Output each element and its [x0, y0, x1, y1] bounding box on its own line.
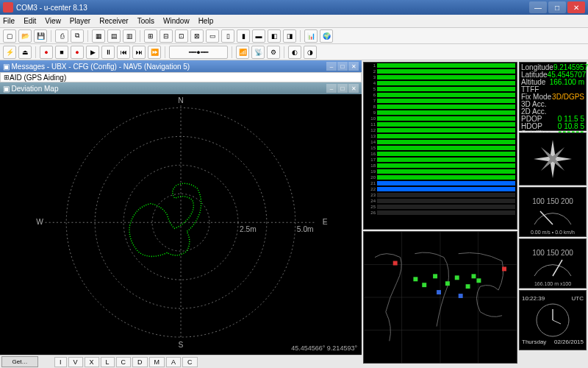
menu-window[interactable]: Window [163, 17, 190, 25]
tab-V[interactable]: V [68, 357, 83, 367]
devmap-icon: ▣ [3, 85, 10, 93]
close-button[interactable]: ✕ [567, 1, 585, 13]
grid8-icon[interactable]: ▬ [252, 29, 265, 43]
svg-rect-26 [459, 294, 463, 298]
tab-C[interactable]: C [182, 357, 198, 367]
grid1-icon[interactable]: ⊞ [144, 29, 157, 43]
grid4-icon[interactable]: ⊠ [190, 29, 204, 43]
tab-X[interactable]: X [85, 357, 99, 367]
coord-readout: 45.454566° 9.214593° [291, 344, 357, 352]
prev-icon[interactable]: ⏮ [117, 46, 130, 59]
clock-panel: 10:22:39UTC Thursday02/26/2015 [519, 290, 587, 350]
ff-icon[interactable]: ⏩ [148, 46, 161, 59]
menu-file[interactable]: File [3, 17, 15, 25]
deviation-map[interactable]: N S E W 2.5m 5.0m 45.454566° 9.214593° [0, 94, 362, 355]
tab-D[interactable]: D [132, 357, 148, 367]
grid5-icon[interactable]: ▭ [206, 29, 219, 43]
msg-max-icon[interactable]: □ [337, 62, 348, 71]
chart-icon[interactable]: 📊 [304, 29, 318, 43]
record-icon[interactable]: ● [40, 46, 53, 59]
map-icon[interactable]: 🌍 [320, 29, 333, 43]
altitude-gauge: 100 150 200 166.100 m x100 [519, 238, 587, 289]
expand-icon[interactable]: ▣ [3, 63, 10, 71]
world-map[interactable] [363, 231, 517, 364]
grid3-icon[interactable]: ⊡ [175, 29, 188, 43]
svg-rect-27 [502, 266, 506, 271]
tab-C[interactable]: C [116, 357, 132, 367]
grid6-icon[interactable]: ▯ [221, 29, 234, 43]
svg-rect-23 [466, 284, 470, 289]
print-icon[interactable]: ⎙ [55, 29, 68, 43]
save-icon[interactable]: 💾 [34, 29, 47, 43]
toolbar-2: ⚡ ⏏ ● ■ ● ▶ ⏸ ⏮ ⏭ ⏩ ━━●━━ 📶 📡 ⚙ ◐ ◑ [0, 44, 588, 60]
eject-icon[interactable]: ⏏ [18, 46, 32, 59]
satellite-markers [393, 261, 506, 298]
svg-rect-29 [472, 274, 476, 278]
get-button[interactable]: Get… [1, 356, 38, 367]
msg-min-icon[interactable]: – [326, 62, 337, 71]
cfg2-icon[interactable]: ◑ [304, 46, 317, 59]
tab-A[interactable]: A [166, 357, 181, 367]
pause-icon[interactable]: ⏸ [101, 46, 115, 59]
connect-icon[interactable]: ⚡ [3, 46, 16, 59]
menu-edit[interactable]: Edit [24, 17, 36, 25]
view1-icon[interactable]: ▦ [92, 29, 105, 43]
dev-close-icon[interactable]: ✕ [348, 84, 359, 93]
new-icon[interactable]: ▢ [3, 29, 16, 43]
svg-rect-20 [433, 274, 437, 278]
svg-text:W: W [36, 218, 43, 226]
svg-text:S: S [179, 341, 184, 349]
svg-text:100 150 200: 100 150 200 [532, 197, 573, 205]
svg-rect-19 [413, 277, 417, 281]
deviation-trace [129, 183, 201, 256]
grid9-icon[interactable]: ◧ [268, 29, 281, 43]
view3-icon[interactable]: ▥ [123, 29, 136, 43]
menu-receiver[interactable]: Receiver [99, 17, 128, 25]
menu-player[interactable]: Player [70, 17, 90, 25]
sig1-icon[interactable]: 📶 [236, 46, 249, 59]
view2-icon[interactable]: ▤ [107, 29, 121, 43]
dev-min-icon[interactable]: – [326, 84, 337, 93]
svg-line-37 [553, 260, 562, 276]
copy-icon[interactable]: ⧉ [71, 29, 84, 43]
menu-tools[interactable]: Tools [137, 17, 154, 25]
devmap-title: Deviation Map [12, 85, 326, 93]
svg-text:2.5m: 2.5m [240, 225, 257, 233]
window-title: COM3 - u-center 8.13 [16, 4, 529, 12]
svg-text:100 150 200: 100 150 200 [532, 249, 573, 257]
svg-rect-28 [422, 283, 426, 287]
dev-max-icon[interactable]: □ [337, 84, 348, 93]
satellite-signal-chart: 1234567891011121314151617181920212223242… [363, 62, 517, 230]
compass-panel [519, 132, 587, 185]
record2-icon[interactable]: ● [71, 46, 84, 59]
speed-gauge: 100 150 200 0.00 m/s • 0.0 km/h [519, 187, 587, 237]
msg-close-icon[interactable]: ✕ [348, 62, 359, 71]
svg-text:N: N [178, 96, 183, 105]
cfg1-icon[interactable]: ◐ [288, 46, 301, 59]
next-icon[interactable]: ⏭ [132, 46, 146, 59]
sig3-icon[interactable]: ⚙ [267, 46, 280, 59]
grid7-icon[interactable]: ▮ [237, 29, 250, 43]
grid2-icon[interactable]: ⊟ [159, 29, 173, 43]
messages-title: Messages - UBX - CFG (Config) - NAV5 (Na… [12, 63, 326, 71]
grid10-icon[interactable]: ◨ [283, 29, 296, 43]
stop-icon[interactable]: ■ [55, 46, 68, 59]
tab-L[interactable]: L [101, 357, 115, 367]
svg-text:E: E [323, 218, 328, 226]
open-icon[interactable]: 📂 [18, 29, 32, 43]
tree-item-aid[interactable]: ⊞ AID (GPS Aiding) [0, 72, 362, 82]
menu-view[interactable]: View [45, 17, 61, 25]
minimize-button[interactable]: — [529, 1, 547, 13]
play-icon[interactable]: ▶ [86, 46, 99, 59]
svg-rect-25 [437, 290, 441, 294]
slider-icon[interactable]: ━━●━━ [169, 46, 228, 59]
svg-rect-22 [455, 275, 459, 280]
svg-line-40 [553, 320, 561, 324]
maximize-button[interactable]: □ [548, 1, 566, 13]
tab-M[interactable]: M [149, 357, 165, 367]
menu-help[interactable]: Help [198, 17, 214, 25]
svg-text:5.0m: 5.0m [297, 225, 314, 233]
tab-I[interactable]: I [54, 357, 67, 367]
sig2-icon[interactable]: 📡 [251, 46, 265, 59]
toolbar-1: ▢ 📂 💾 ⎙ ⧉ ▦ ▤ ▥ ⊞ ⊟ ⊡ ⊠ ▭ ▯ ▮ ▬ ◧ ◨ 📊 🌍 [0, 28, 588, 44]
